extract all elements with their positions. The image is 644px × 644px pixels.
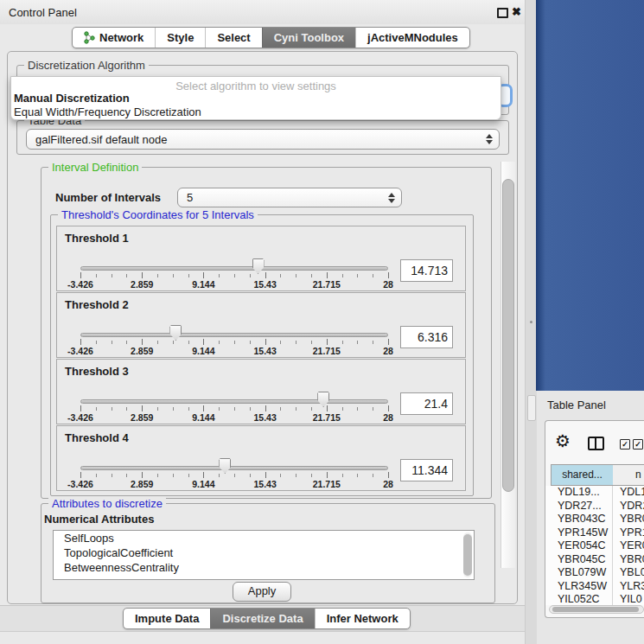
slider-knob[interactable] bbox=[252, 258, 265, 274]
split-columns-icon[interactable] bbox=[588, 437, 604, 450]
cell-name: YPR1 bbox=[613, 526, 644, 540]
slider-tick bbox=[265, 405, 266, 411]
table-panel: ⚙ ✓ ✓ shared... n YDL19...YDL1YDR27...YD… bbox=[545, 420, 644, 618]
slider-tick bbox=[219, 474, 220, 477]
threshold-value-field[interactable]: 21.4 bbox=[400, 392, 453, 415]
table-row[interactable]: YER054CYER0 bbox=[545, 539, 644, 553]
algorithm-placeholder: Select algorithm to view settings bbox=[11, 80, 501, 92]
slider-tick bbox=[327, 272, 328, 278]
close-icon[interactable]: ✖ bbox=[512, 5, 521, 18]
slider-tick-label: 2.859 bbox=[131, 279, 153, 290]
slider-tick bbox=[265, 339, 266, 345]
slider-tick bbox=[219, 341, 220, 344]
tab-label: Cyni Toolbox bbox=[274, 31, 344, 44]
list-scrollbar[interactable] bbox=[463, 532, 472, 577]
bottom-tab-discretize-data[interactable]: Discretize Data bbox=[210, 609, 314, 628]
slider-knob[interactable] bbox=[317, 392, 329, 407]
menu-item-manual-discretization[interactable]: Manual Discretization bbox=[14, 92, 130, 105]
slider-tick bbox=[173, 341, 174, 344]
slider-tick-label: 9.144 bbox=[192, 279, 214, 290]
list-item-betweennesscentrality[interactable]: BetweennessCentrality bbox=[54, 560, 474, 575]
tab-network[interactable]: Network bbox=[73, 28, 155, 48]
slider-tick bbox=[342, 474, 343, 477]
slider-tick-label: 15.43 bbox=[253, 346, 276, 356]
slider-tick bbox=[250, 474, 251, 477]
slider-knob[interactable] bbox=[219, 458, 231, 474]
threshold-value-field[interactable]: 11.344 bbox=[400, 459, 453, 481]
slider-tick bbox=[142, 405, 143, 411]
bottom-tab-bar: Impute DataDiscretize DataInfer Network bbox=[123, 608, 411, 629]
table-row[interactable]: YBR045CYBR0 bbox=[545, 553, 644, 567]
slider-tick bbox=[373, 274, 373, 277]
column-header-shared-name[interactable]: shared... bbox=[551, 464, 614, 486]
tab-label: Select bbox=[217, 31, 250, 44]
table-row[interactable]: YDL19...YDL1 bbox=[545, 486, 644, 500]
cell-name: YDR2 bbox=[613, 500, 644, 513]
slider-tick-label: 21.715 bbox=[313, 479, 341, 489]
table-row[interactable]: YIL052CYIL0 bbox=[545, 593, 644, 605]
slider-tick bbox=[188, 474, 189, 477]
slider-tick bbox=[173, 474, 174, 477]
slider-tick-label: 9.144 bbox=[192, 412, 214, 423]
slider-tick bbox=[173, 407, 174, 411]
cell-shared-name: YBR043C bbox=[545, 513, 613, 526]
menu-item-equal-width-frequency[interactable]: Equal Width/Frequency Discretization bbox=[14, 105, 201, 118]
cell-name: YBR0 bbox=[613, 553, 644, 567]
table-hscrollbar[interactable] bbox=[549, 605, 644, 614]
tab-style[interactable]: Style bbox=[155, 28, 205, 48]
threshold-panel-1: Threshold 1-3.4262.8599.14415.4321.71528… bbox=[56, 226, 466, 291]
tab-jactivemnodules[interactable]: jActiveMNodules bbox=[355, 28, 469, 48]
list-item-topologicalcoefficient[interactable]: TopologicalCoefficient bbox=[54, 545, 474, 560]
table-data-value: galFiltered.sif default node bbox=[35, 133, 167, 146]
slider-tick bbox=[126, 407, 127, 411]
checkbox-icon[interactable]: ✓ bbox=[633, 439, 643, 450]
slider-track[interactable] bbox=[80, 266, 388, 271]
apply-button[interactable]: Apply bbox=[233, 582, 291, 602]
tab-cyni-toolbox[interactable]: Cyni Toolbox bbox=[262, 28, 355, 48]
slider-tick bbox=[265, 272, 266, 278]
slider-tick bbox=[250, 341, 251, 344]
tab-select[interactable]: Select bbox=[205, 28, 261, 48]
bottom-tab-impute-data[interactable]: Impute Data bbox=[124, 609, 210, 628]
slider-track[interactable] bbox=[80, 333, 388, 337]
table-panel-title: Table Panel bbox=[547, 399, 606, 411]
panel-scrollbar[interactable] bbox=[501, 162, 515, 568]
slider-tick bbox=[296, 474, 296, 477]
threshold-value-field[interactable]: 14.713 bbox=[400, 259, 453, 282]
slider-knob[interactable] bbox=[169, 325, 182, 341]
numerical-attributes-list[interactable]: SelfLoopsTopologicalCoefficientBetweenne… bbox=[53, 530, 475, 580]
gear-icon[interactable]: ⚙ bbox=[555, 432, 571, 450]
slider-tick bbox=[112, 407, 112, 411]
cell-shared-name: YDR27... bbox=[545, 500, 613, 513]
bottom-tab-infer-network[interactable]: Infer Network bbox=[315, 609, 410, 628]
table-row[interactable]: YLR345WYLR3 bbox=[545, 580, 644, 594]
network-view-frame: GAL80GACGAL11GAL4GCY1HHAP2 bbox=[536, 0, 644, 391]
float-window-icon[interactable] bbox=[497, 8, 508, 18]
table-data-combobox[interactable]: galFiltered.sif default node bbox=[26, 129, 500, 150]
slider-tick bbox=[112, 474, 112, 477]
slider-track[interactable] bbox=[80, 466, 388, 470]
table-data-group: Table Data galFiltered.sif default node bbox=[16, 120, 509, 155]
number-of-intervals-combobox[interactable]: 5 bbox=[177, 188, 402, 207]
slider-track[interactable] bbox=[80, 399, 388, 404]
checkbox-icon[interactable]: ✓ bbox=[620, 439, 630, 450]
slider-tick bbox=[342, 407, 343, 411]
panel-splitter[interactable] bbox=[525, 0, 537, 644]
table-row[interactable]: YBL079WYBL0 bbox=[545, 566, 644, 580]
column-header-name[interactable]: n bbox=[613, 464, 644, 486]
threshold-value-field[interactable]: 6.316 bbox=[400, 326, 453, 348]
slider-tick bbox=[80, 472, 81, 478]
splitter-collapse-handle[interactable] bbox=[527, 395, 536, 421]
threshold-panel-2: Threshold 2-3.4262.8599.14415.4321.71528… bbox=[56, 292, 466, 358]
slider-tick bbox=[96, 274, 97, 277]
table-row[interactable]: YBR043CYBR0 bbox=[545, 513, 644, 526]
slider-tick bbox=[327, 405, 328, 411]
slider-tick bbox=[296, 341, 296, 344]
table-row[interactable]: YPR145WYPR1 bbox=[545, 526, 644, 540]
table-row[interactable]: YDR27...YDR2 bbox=[545, 500, 644, 513]
group-title: Threshold's Coordinates for 5 Intervals bbox=[58, 208, 258, 221]
slider-tick-label: -3.426 bbox=[67, 412, 93, 423]
slider-tick bbox=[234, 341, 235, 344]
list-item-selfloops[interactable]: SelfLoops bbox=[54, 531, 474, 545]
slider-tick bbox=[203, 472, 204, 478]
